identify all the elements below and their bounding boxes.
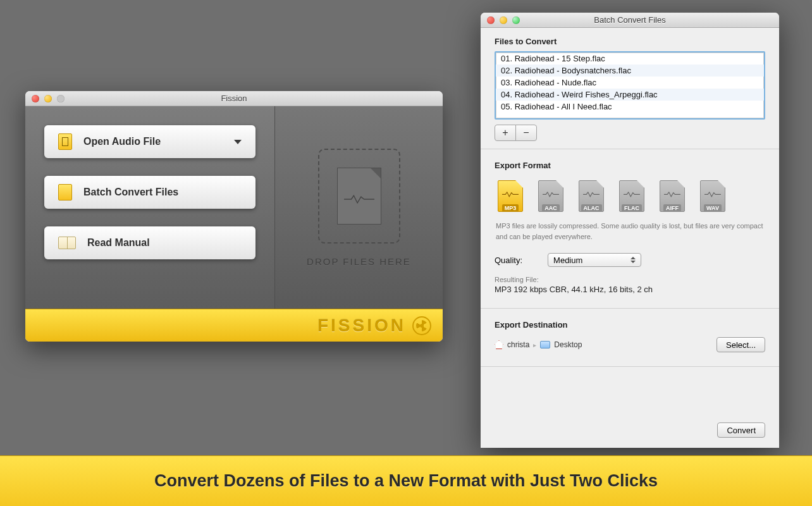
file-row[interactable]: 05. Radiohead - All I Need.flac	[496, 101, 764, 113]
format-alac[interactable]: ALAC	[575, 180, 607, 212]
export-format-heading: Export Format	[495, 161, 765, 170]
read-manual-label: Read Manual	[87, 237, 150, 249]
open-audio-label: Open Audio File	[83, 136, 161, 147]
destination-heading: Export Destination	[495, 320, 765, 330]
batch-files-icon	[58, 184, 72, 201]
export-destination-section: Export Destination christa ▸ Desktop Sel…	[481, 311, 779, 360]
home-icon	[495, 340, 503, 349]
radiation-icon	[412, 316, 431, 335]
format-mp3[interactable]: MP3	[495, 180, 526, 212]
format-aac[interactable]: AAC	[535, 180, 567, 212]
document-icon	[337, 168, 381, 225]
export-format-section: Export Format MP3 AAC ALAC FLAC AIFF	[481, 152, 779, 299]
batch-titlebar: Batch Convert Files	[481, 13, 779, 28]
chevron-down-icon	[234, 140, 242, 144]
batch-convert-label: Batch Convert Files	[83, 187, 178, 198]
select-destination-button[interactable]: Select...	[717, 337, 765, 352]
batch-convert-window: Batch Convert Files Files to Convert 01.…	[481, 13, 779, 448]
format-label: WAV	[704, 204, 722, 212]
file-row[interactable]: 01. Radiohead - 15 Step.flac	[496, 52, 764, 65]
files-section: Files to Convert 01. Radiohead - 15 Step…	[481, 28, 779, 146]
format-description: MP3 files are lossily compressed. Some a…	[495, 219, 765, 250]
path-folder: Desktop	[554, 340, 582, 349]
fission-footer: FISSION	[25, 309, 443, 342]
quality-label: Quality:	[495, 256, 522, 265]
batch-title: Batch Convert Files	[481, 15, 779, 25]
path-user: christa	[507, 340, 529, 349]
file-list[interactable]: 01. Radiohead - 15 Step.flac 02. Radiohe…	[495, 51, 765, 120]
drop-files-zone[interactable]: DROP FILES HERE	[275, 106, 443, 309]
format-wav[interactable]: WAV	[697, 180, 729, 212]
quality-select[interactable]: Medium	[548, 253, 641, 267]
path-sep-icon: ▸	[533, 342, 536, 349]
file-row[interactable]: 03. Radiohead - Nude.flac	[496, 77, 764, 89]
manual-icon	[58, 237, 76, 249]
folder-icon	[540, 341, 550, 349]
files-heading: Files to Convert	[495, 37, 765, 46]
destination-path: christa ▸ Desktop	[495, 340, 582, 349]
open-audio-button[interactable]: Open Audio File	[44, 125, 255, 158]
stepper-arrows-icon	[628, 255, 638, 265]
drop-files-label: DROP FILES HERE	[307, 256, 411, 267]
resulting-label: Resulting File:	[495, 276, 765, 283]
format-label: AAC	[542, 204, 560, 212]
resulting-value: MP3 192 kbps CBR, 44.1 kHz, 16 bits, 2 c…	[495, 285, 765, 294]
read-manual-button[interactable]: Read Manual	[44, 226, 255, 259]
format-label: MP3	[502, 204, 519, 212]
fission-window: Fission Open Audio File Batch Convert Fi…	[25, 91, 443, 342]
format-label: ALAC	[581, 204, 602, 212]
fission-menu: Open Audio File Batch Convert Files Read…	[25, 106, 275, 309]
format-aiff[interactable]: AIFF	[656, 180, 688, 212]
audio-file-icon	[58, 133, 72, 150]
fission-logo-text: FISSION	[317, 316, 406, 336]
convert-button[interactable]: Convert	[717, 423, 765, 438]
fission-titlebar: Fission	[25, 91, 443, 106]
fission-title: Fission	[25, 94, 443, 103]
file-row[interactable]: 04. Radiohead - Weird Fishes_Arpeggi.fla…	[496, 89, 764, 101]
file-row[interactable]: 02. Radiohead - Bodysnatchers.flac	[496, 65, 764, 77]
promo-banner: Convert Dozens of Files to a New Format …	[0, 455, 812, 506]
remove-file-button[interactable]: −	[515, 125, 537, 141]
format-flac[interactable]: FLAC	[616, 180, 648, 212]
banner-text: Convert Dozens of Files to a New Format …	[154, 471, 658, 491]
format-label: AIFF	[663, 204, 681, 212]
batch-convert-button[interactable]: Batch Convert Files	[44, 176, 255, 209]
dropzone-outline	[318, 149, 400, 244]
add-file-button[interactable]: +	[495, 125, 516, 141]
format-label: FLAC	[622, 204, 642, 212]
quality-value: Medium	[553, 256, 582, 265]
format-picker: MP3 AAC ALAC FLAC AIFF WAV	[495, 175, 765, 219]
